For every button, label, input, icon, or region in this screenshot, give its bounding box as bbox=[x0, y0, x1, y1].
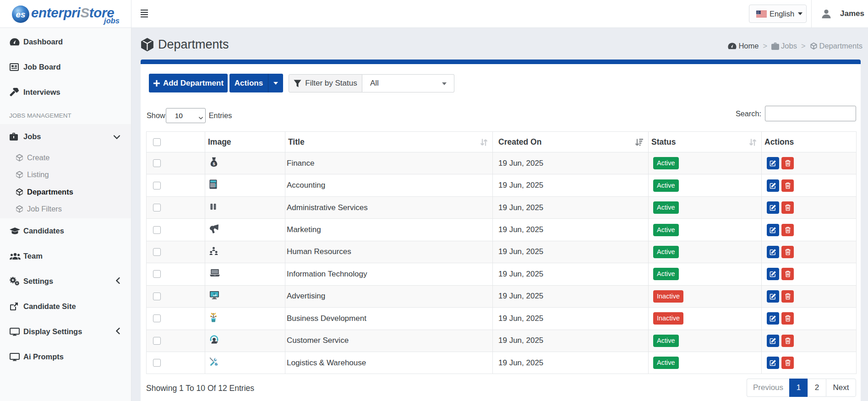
svg-text:enterpriStore: enterpriStore bbox=[31, 5, 114, 20]
svg-text:$: $ bbox=[213, 162, 215, 166]
svg-text:jobs: jobs bbox=[103, 16, 120, 25]
svg-text:es: es bbox=[16, 10, 25, 19]
